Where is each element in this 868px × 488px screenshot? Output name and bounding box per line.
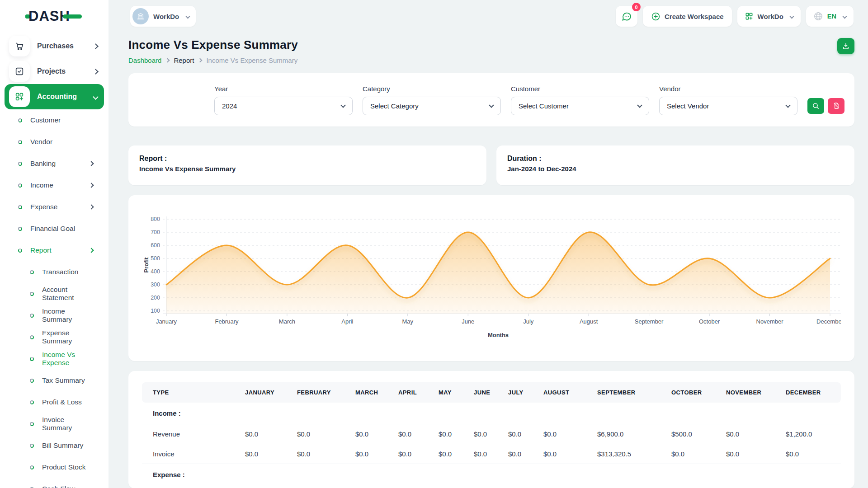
customer-select[interactable]: Select Customer	[511, 97, 649, 115]
workspace-switcher[interactable]: WorkDo	[130, 6, 196, 27]
table-cell: $0.0	[352, 444, 395, 464]
download-icon	[842, 42, 850, 50]
chevron-right-icon	[165, 58, 170, 63]
chevron-right-icon	[93, 43, 99, 49]
sidebar-item-financial-goal[interactable]: Financial Goal	[5, 218, 104, 239]
sidebar-item-income[interactable]: Income	[5, 174, 104, 196]
table-cell: $0.0	[395, 424, 435, 444]
y-axis-title: Profit	[143, 257, 150, 273]
breadcrumb-report[interactable]: Report	[174, 56, 194, 64]
reset-filter-button[interactable]	[828, 98, 844, 114]
chevron-right-icon	[93, 69, 99, 75]
sidebar-item-product-stock[interactable]: Product Stock	[5, 456, 104, 478]
chevron-right-icon	[89, 204, 94, 209]
messages-button[interactable]: 0	[616, 6, 637, 27]
sidebar-item-report[interactable]: Report	[5, 239, 104, 261]
sidebar-item-label: Vendor	[30, 138, 93, 146]
x-tick-label: April	[341, 318, 353, 325]
duration-card-value: Jan-2024 to Dec-2024	[507, 165, 844, 173]
messages-count-badge: 0	[632, 3, 641, 11]
x-tick-label: October	[699, 318, 720, 325]
grid-plus-icon	[745, 12, 754, 21]
chat-icon	[621, 11, 632, 22]
language-code: EN	[827, 13, 836, 20]
sidebar-item-banking[interactable]: Banking	[5, 153, 104, 174]
breadcrumb-dashboard[interactable]: Dashboard	[128, 56, 161, 64]
sidebar-item-accounting[interactable]: Accounting	[5, 84, 104, 109]
table-body: Income :Revenue$0.0$0.0$0.0$0.0$0.0$0.0$…	[142, 403, 841, 485]
sidebar-item-expense[interactable]: Expense	[5, 196, 104, 218]
bullet-icon	[30, 465, 34, 469]
bullet-icon	[30, 400, 34, 404]
x-tick-label: February	[215, 318, 239, 325]
brand-logo[interactable]: DASH	[25, 8, 82, 24]
apply-filter-button[interactable]	[807, 98, 824, 114]
chevron-down-icon	[340, 103, 345, 108]
sidebar-item-tax-summary[interactable]: Tax Summary	[5, 370, 104, 391]
table-header-cell: MARCH	[352, 382, 395, 403]
page-title: Income Vs Expense Summary	[128, 38, 298, 52]
year-select[interactable]: 2024	[214, 97, 353, 115]
report-table: TYPEJANUARYFEBRUARYMARCHAPRILMAYJUNEJULY…	[142, 382, 841, 485]
create-workspace-button[interactable]: Create Workspace	[643, 6, 732, 27]
sidebar: DASH Purchases Projects	[0, 0, 108, 488]
sidebar-item-bill-summary[interactable]: Bill Summary	[5, 435, 104, 456]
sidebar-item-label: Income	[30, 181, 90, 189]
chevron-down-icon	[637, 103, 642, 108]
sidebar-item-cash-flow[interactable]: Cash Flow	[5, 478, 104, 488]
y-tick-label: 500	[151, 255, 160, 262]
logo-row: DASH	[0, 0, 108, 33]
create-workspace-label: Create Workspace	[665, 13, 724, 20]
sidebar-item-income-vs-expense[interactable]: Income Vs Expense	[5, 348, 104, 370]
sidebar-item-vendor[interactable]: Vendor	[5, 131, 104, 153]
sidebar-item-purchases[interactable]: Purchases	[5, 33, 104, 59]
sidebar-item-label: Purchases	[37, 42, 94, 50]
table-cell: $0.0	[470, 424, 505, 444]
language-selector[interactable]: EN	[806, 6, 854, 27]
table-header-cell: NOVEMBER	[722, 382, 782, 403]
sidebar-item-label: Expense	[30, 203, 90, 211]
year-value: 2024	[222, 102, 237, 110]
table-cell: $0.0	[505, 424, 540, 444]
bullet-icon	[18, 227, 22, 231]
x-tick-label: November	[756, 318, 784, 325]
table-header-row: TYPEJANUARYFEBRUARYMARCHAPRILMAYJUNEJULY…	[142, 382, 841, 403]
sidebar-item-income-summary[interactable]: Income Summary	[5, 305, 104, 326]
y-tick-label: 300	[151, 282, 160, 288]
table-header-cell: OCTOBER	[668, 382, 722, 403]
main-area: WorkDo 0 Create Workspace WorkDo	[108, 0, 868, 488]
breadcrumb: Dashboard Report Income Vs Expense Summa…	[128, 56, 298, 64]
chevron-down-icon	[789, 14, 794, 19]
sidebar-item-transaction[interactable]: Transaction	[5, 261, 104, 283]
duration-card-title: Duration :	[507, 155, 844, 163]
duration-summary-card: Duration : Jan-2024 to Dec-2024	[496, 145, 854, 185]
sidebar-item-projects[interactable]: Projects	[5, 59, 104, 84]
sidebar-item-profit-loss[interactable]: Profit & Loss	[5, 391, 104, 413]
customer-label: Customer	[511, 85, 649, 93]
chevron-down-icon	[186, 14, 190, 19]
x-tick-label: July	[523, 318, 534, 325]
bullet-icon	[30, 270, 34, 274]
table-header-cell: APRIL	[395, 382, 435, 403]
chevron-right-icon	[198, 58, 203, 63]
chevron-down-icon	[93, 94, 99, 100]
sidebar-item-account-statement[interactable]: Account Statement	[5, 283, 104, 305]
sidebar-item-label: Accounting	[37, 93, 94, 101]
workdo-menu-button[interactable]: WorkDo	[737, 6, 801, 27]
bullet-icon	[18, 183, 22, 188]
filter-category: Category Select Category	[363, 85, 501, 115]
table-cell: $1,200.0	[782, 424, 841, 444]
topbar-right: 0 Create Workspace WorkDo EN	[616, 6, 854, 27]
y-tick-label: 400	[151, 268, 160, 275]
sidebar-item-invoice-summary[interactable]: Invoice Summary	[5, 413, 104, 435]
category-select[interactable]: Select Category	[363, 97, 501, 115]
sidebar-item-customer[interactable]: Customer	[5, 109, 104, 131]
sidebar-item-label: Transaction	[42, 268, 93, 276]
table-section-label: Income :	[142, 403, 841, 424]
sidebar-item-expense-summary[interactable]: Expense Summary	[5, 326, 104, 348]
download-report-button[interactable]	[837, 38, 854, 54]
vendor-select[interactable]: Select Vendor	[659, 97, 797, 115]
circle-plus-icon	[651, 12, 660, 21]
table-head: TYPEJANUARYFEBRUARYMARCHAPRILMAYJUNEJULY…	[142, 382, 841, 403]
bullet-icon	[18, 205, 22, 209]
